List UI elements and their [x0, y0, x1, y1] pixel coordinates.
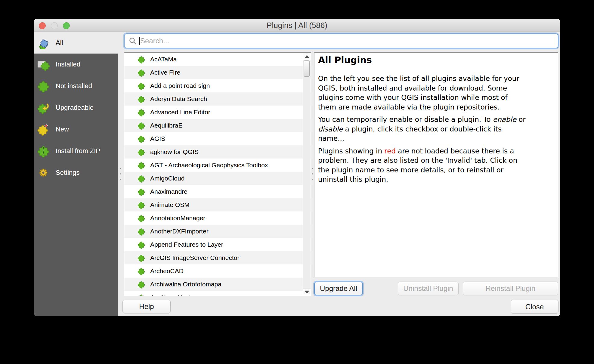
plugin-name: Append Features to Layer — [150, 241, 223, 248]
title-bar[interactable]: Plugins | All (586) — [34, 19, 560, 32]
help-button[interactable]: Help — [122, 300, 171, 313]
plugin-icon — [137, 294, 145, 296]
plugin-name: AmigoCloud — [150, 175, 184, 182]
plugin-icon — [137, 201, 145, 209]
close-button[interactable]: Close — [511, 300, 558, 314]
installed-icon — [37, 58, 50, 71]
scrollbar[interactable] — [303, 53, 311, 295]
sidebar-item-not-installed[interactable]: Not installed — [34, 75, 118, 97]
plugin-icon — [137, 108, 145, 116]
list-item[interactable]: AGT - Archaeological Geophysics Toolbox — [124, 159, 311, 172]
splitter-handle-left[interactable] — [119, 168, 121, 180]
list-item[interactable]: Advanced Line Editor — [124, 106, 311, 119]
plugin-icon — [137, 188, 145, 196]
arrow-down-icon — [305, 291, 309, 294]
search-input[interactable]: Search... — [124, 33, 558, 48]
plugin-icon — [137, 227, 145, 236]
scroll-up-button[interactable] — [303, 53, 311, 60]
plugin-name: ArcGIS ImageServer Connector — [150, 254, 239, 261]
list-item[interactable]: Archiwalna Ortofotomapa — [124, 278, 311, 291]
list-item[interactable]: Append Features to Layer — [124, 238, 311, 251]
sidebar-item-new[interactable]: New — [34, 119, 118, 140]
plugin-icon — [137, 69, 145, 77]
plugin-icon — [137, 95, 145, 103]
list-item[interactable]: AmigoCloud — [124, 172, 311, 185]
sidebar-item-label: New — [56, 125, 69, 133]
scrollbar-thumb[interactable] — [304, 60, 310, 77]
sidebar-item-install-from-zip[interactable]: Install from ZIP — [34, 140, 118, 162]
plugin-name: Active FIre — [150, 69, 180, 76]
plugin-name: AGT - Archaeological Geophysics Toolbox — [150, 162, 268, 169]
plugin-icon — [137, 254, 145, 262]
plugin-list: AcATaMaActive FIreAdd a point road signA… — [124, 52, 311, 296]
plugin-icon — [137, 267, 145, 275]
plugin-icon — [137, 148, 145, 156]
plugin-name: AnnotationManager — [150, 214, 205, 222]
plugin-name: Anaximandre — [150, 188, 187, 195]
plugin-icon — [137, 55, 145, 63]
plugin-name: Advanced Line Editor — [150, 109, 210, 116]
search-icon — [129, 37, 137, 45]
list-item[interactable]: Aderyn Data Search — [124, 92, 311, 106]
details-title: All Plugins — [318, 55, 554, 65]
text-caret — [139, 37, 140, 45]
list-item[interactable]: Add a point road sign — [124, 79, 311, 92]
not-installed-icon — [37, 79, 50, 93]
description-paragraph-1: On the left you see the list of all plug… — [318, 74, 554, 112]
list-item[interactable]: AGIS — [124, 132, 311, 145]
plugin-name: AGIS — [150, 135, 165, 142]
plugin-details-panel: All Plugins On the left you see the list… — [314, 52, 558, 277]
list-item[interactable]: ArcGIS ImageServer Connector — [124, 251, 311, 264]
scroll-down-button[interactable] — [303, 288, 311, 295]
plugin-icon — [137, 280, 145, 288]
description-paragraph-3: Plugins showing in red are not loaded be… — [318, 147, 554, 184]
list-item[interactable]: Animate OSM — [124, 198, 311, 211]
zip-icon — [37, 144, 50, 158]
list-item[interactable]: Arr Along Vect — [124, 291, 311, 296]
list-item[interactable]: Active FIre — [124, 66, 311, 79]
reinstall-plugin-button: Reinstall Plugin — [463, 282, 558, 295]
plugin-name: Aderyn Data Search — [150, 95, 207, 103]
sidebar-item-label: All — [56, 39, 63, 47]
plugin-name: Arr Along Vect — [150, 294, 190, 296]
plugin-icon — [137, 122, 145, 130]
list-item[interactable]: AcATaMa — [124, 53, 311, 66]
sidebar-item-installed[interactable]: Installed — [34, 54, 118, 75]
list-item[interactable]: AequilibraE — [124, 119, 311, 132]
plugin-name: AcATaMa — [150, 56, 177, 63]
plugin-name: AequilibraE — [150, 122, 182, 129]
sidebar: AllInstalledNot installedUpgradeableNewI… — [34, 32, 118, 316]
uninstall-plugin-button: Uninstall Plugin — [398, 282, 459, 295]
sidebar-item-settings[interactable]: Settings — [34, 162, 118, 184]
plugin-icon — [137, 82, 145, 90]
plugin-name: AnotherDXFImporter — [150, 228, 209, 235]
plugin-name: ArcheoCAD — [150, 267, 184, 275]
plugin-name: agknow for QGIS — [150, 148, 199, 156]
description-paragraph-2: You can temporarily enable or disable a … — [318, 115, 554, 143]
list-item[interactable]: ArcheoCAD — [124, 264, 311, 278]
plugin-icon — [137, 214, 145, 222]
plugin-icon — [137, 161, 145, 169]
sidebar-item-label: Settings — [56, 169, 80, 177]
plugin-icon — [137, 135, 145, 143]
search-placeholder: Search... — [140, 37, 169, 45]
settings-icon — [37, 166, 50, 179]
splitter-handle-right[interactable] — [311, 168, 313, 180]
plugin-name: Add a point road sign — [150, 82, 210, 89]
sidebar-item-all[interactable]: All — [34, 32, 118, 54]
list-item[interactable]: agknow for QGIS — [124, 145, 311, 159]
list-item[interactable]: Anaximandre — [124, 185, 311, 198]
all-icon — [37, 36, 50, 49]
arrow-up-icon — [305, 55, 309, 58]
list-item[interactable]: AnotherDXFImporter — [124, 225, 311, 238]
sidebar-item-label: Install from ZIP — [56, 147, 100, 155]
sidebar-item-label: Upgradeable — [56, 104, 94, 112]
sidebar-item-label: Not installed — [56, 82, 92, 90]
upgrade-all-button[interactable]: Upgrade All — [314, 282, 363, 295]
list-item[interactable]: AnnotationManager — [124, 211, 311, 225]
plugin-manager-window: Plugins | All (586) AllInstalledNot inst… — [34, 19, 560, 316]
sidebar-item-upgradeable[interactable]: Upgradeable — [34, 97, 118, 119]
window-title: Plugins | All (586) — [34, 19, 560, 32]
plugin-name: Animate OSM — [150, 201, 190, 208]
plugin-list-rows: AcATaMaActive FIreAdd a point road signA… — [124, 53, 311, 296]
